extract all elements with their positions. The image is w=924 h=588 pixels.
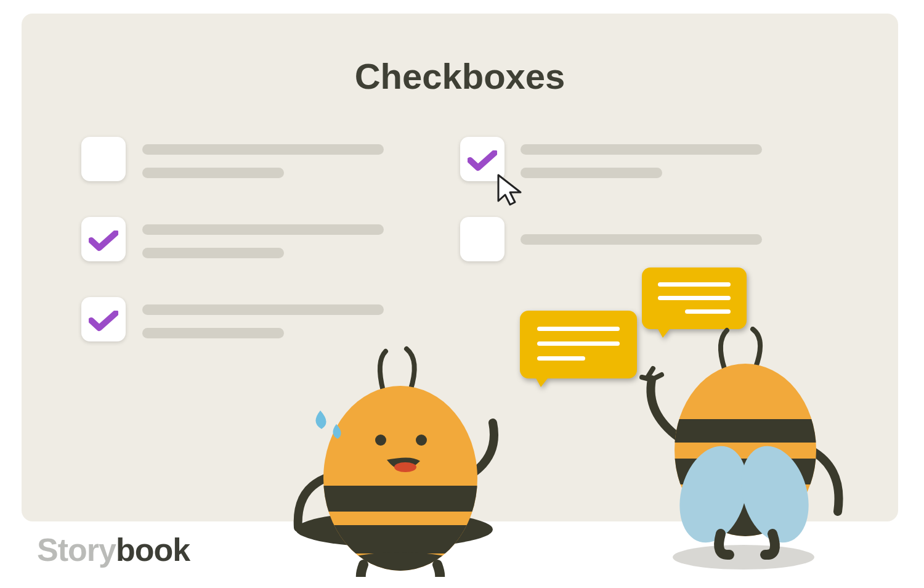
checkmark-icon — [89, 231, 118, 251]
placeholder-line — [142, 328, 284, 338]
svg-point-6 — [416, 435, 427, 446]
checkbox-5[interactable] — [460, 217, 505, 261]
speech-bubble-2 — [642, 267, 747, 329]
placeholder-line — [142, 248, 284, 258]
placeholder-line — [142, 304, 384, 315]
checkmark-icon — [468, 150, 497, 171]
checkbox-2[interactable] — [81, 217, 126, 261]
placeholder-line — [142, 224, 384, 235]
checkbox-1[interactable] — [81, 137, 126, 181]
bee-mascot-right — [634, 327, 856, 573]
speech-bubble-1 — [520, 311, 637, 378]
svg-rect-2 — [308, 486, 493, 512]
cursor-icon — [495, 173, 527, 211]
svg-point-4 — [314, 552, 487, 577]
placeholder-line — [521, 234, 762, 245]
footer-logo: Storybook — [37, 531, 190, 568]
checkmark-icon — [89, 311, 118, 332]
placeholder-line — [142, 168, 284, 178]
placeholder-line — [521, 144, 762, 155]
svg-rect-10 — [659, 419, 844, 443]
svg-rect-3 — [308, 525, 493, 553]
bee-mascot-left — [283, 343, 517, 577]
svg-point-7 — [394, 462, 416, 472]
illustration: Checkboxes — [0, 0, 924, 588]
page-title: Checkboxes — [22, 55, 898, 97]
placeholder-line — [521, 168, 662, 178]
placeholder-line — [142, 144, 384, 155]
svg-point-5 — [375, 435, 386, 446]
checkbox-3[interactable] — [81, 297, 126, 341]
